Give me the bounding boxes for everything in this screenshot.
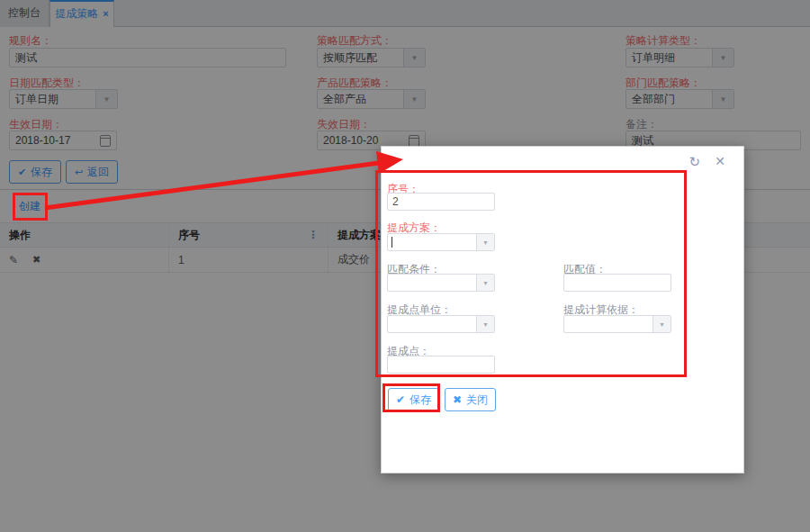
dialog-save-label: 保存	[410, 392, 431, 408]
plan-value	[388, 234, 476, 250]
unit-select[interactable]: ▼	[387, 315, 495, 333]
chevron-down-icon[interactable]: ▼	[476, 234, 494, 250]
plan-combo[interactable]: ▼	[387, 233, 495, 251]
point-input[interactable]	[387, 356, 495, 374]
dialog-close-button[interactable]: ✖ 关闭	[445, 388, 496, 411]
unit-value	[388, 316, 476, 332]
dialog-save-button[interactable]: ✔ 保存	[388, 388, 439, 411]
refresh-icon[interactable]: ↻	[688, 155, 700, 168]
chevron-down-icon[interactable]: ▼	[476, 275, 494, 291]
app-window: 控制台 提成策略× 规则名： 测试 策略匹配方式： 按顺序匹配 ▼ 策略计算类型…	[0, 0, 810, 532]
condition-value	[388, 275, 476, 291]
calc-basis-value	[564, 316, 652, 332]
text-cursor	[392, 237, 392, 248]
seq-input[interactable]: 2	[387, 193, 495, 211]
dialog-close-icon[interactable]: ✕	[715, 155, 725, 168]
calc-basis-select[interactable]: ▼	[563, 315, 671, 333]
create-detail-dialog: ↻ ✕ 序号： 2 提成方案： ▼ 匹配条件： ▼ 匹配值： 提成点单位： ▼ …	[381, 146, 744, 473]
dialog-header: ↻ ✕	[382, 147, 743, 177]
dialog-close-label: 关闭	[466, 392, 488, 408]
match-value-input[interactable]	[563, 274, 671, 292]
check-icon: ✔	[396, 393, 405, 406]
chevron-down-icon[interactable]: ▼	[476, 316, 494, 332]
chevron-down-icon[interactable]: ▼	[652, 316, 670, 332]
x-icon: ✖	[453, 393, 462, 406]
condition-select[interactable]: ▼	[387, 274, 495, 292]
